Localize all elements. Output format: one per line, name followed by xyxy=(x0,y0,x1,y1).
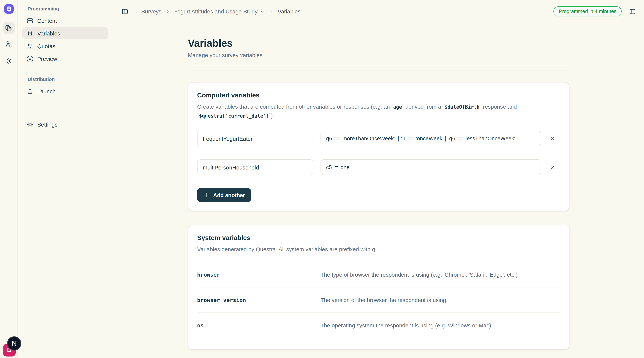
rows-icon xyxy=(27,17,33,24)
system-variables-subtitle: Variables generated by Questra. All syst… xyxy=(197,245,555,254)
rail-settings-button[interactable] xyxy=(3,55,15,67)
system-variables-card: System variables Variables generated by … xyxy=(188,225,570,350)
breadcrumb-study-label: Yogurt Attitudes and Usage Study xyxy=(174,8,258,15)
gear-icon xyxy=(5,57,12,64)
building-icon xyxy=(6,6,12,12)
breadcrumb-variables[interactable]: Variables xyxy=(278,8,300,15)
sidebar-item-label: Preview xyxy=(37,55,57,62)
sidebar-toggle-button[interactable] xyxy=(121,7,129,16)
sidebar: Programming Content Variables xyxy=(18,0,113,358)
description-text: Create variables that are computed from … xyxy=(197,103,393,110)
description-text: `) xyxy=(269,112,273,119)
chevron-down-icon xyxy=(260,9,265,14)
right-panel-toggle-button[interactable] xyxy=(628,7,636,16)
upload-icon xyxy=(27,88,33,94)
page-subtitle: Manage your survey variables xyxy=(188,52,570,58)
chevron-right-icon xyxy=(165,9,170,14)
system-variable-description: The operating system the respondent is u… xyxy=(320,322,491,328)
sidebar-section-distribution: Distribution xyxy=(22,77,108,82)
sidebar-item-quotas[interactable]: Quotas xyxy=(22,40,108,52)
users-icon xyxy=(5,40,12,47)
computed-variables-card: Computed variables Create variables that… xyxy=(188,82,570,211)
computed-variables-description: Create variables that are computed from … xyxy=(197,102,555,120)
sidebar-divider xyxy=(22,112,108,112)
sidebar-item-variables[interactable]: Variables xyxy=(22,27,108,39)
breadcrumb-study-dropdown[interactable]: Yogurt Attitudes and Usage Study xyxy=(174,8,265,15)
header-divider xyxy=(188,71,570,71)
breadcrumb-surveys[interactable]: Surveys xyxy=(141,8,161,15)
sidebar-item-content[interactable]: Content xyxy=(22,15,108,27)
add-another-button[interactable]: Add another xyxy=(197,188,252,202)
topbar-divider xyxy=(135,7,135,16)
rail-audience-button[interactable] xyxy=(3,38,15,50)
sidebar-item-label: Settings xyxy=(37,121,58,127)
system-variables-title: System variables xyxy=(197,234,560,242)
dev-tools-badge[interactable]: N xyxy=(7,336,21,350)
sidebar-item-launch[interactable]: Launch xyxy=(22,85,108,97)
rail-surveys-button[interactable] xyxy=(3,22,15,34)
scan-preview-icon xyxy=(27,55,33,62)
copies-icon xyxy=(5,25,12,32)
code-age: age xyxy=(393,104,402,110)
description-text: ` derived from a ` xyxy=(402,103,444,110)
close-icon xyxy=(550,135,556,141)
remove-variable-button[interactable] xyxy=(548,134,557,143)
code-dateofbirth: $dateOfBirth xyxy=(444,104,480,110)
remove-variable-button[interactable] xyxy=(548,163,557,171)
main-content: Variables Manage your survey variables C… xyxy=(113,23,644,358)
table-row: browser The type of browser the responde… xyxy=(197,262,560,287)
system-variable-description: The version of the browser the responden… xyxy=(320,297,448,303)
computed-variables-title: Computed variables xyxy=(197,91,560,99)
system-variable-name: browser xyxy=(197,272,320,278)
sidebar-spacer xyxy=(22,65,108,77)
computed-variable-rows xyxy=(197,131,560,175)
sidebar-item-preview[interactable]: Preview xyxy=(22,53,108,65)
panel-left-icon xyxy=(122,8,128,15)
sidebar-item-label: Launch xyxy=(37,88,56,94)
function-variable-icon xyxy=(27,30,33,36)
top-bar: Surveys Yogurt Attitudes and Usage Study… xyxy=(113,0,644,23)
variable-name-input[interactable] xyxy=(197,159,314,175)
sidebar-item-settings[interactable]: Settings xyxy=(22,118,108,130)
table-row: os The operating system the respondent i… xyxy=(197,313,560,338)
sidebar-item-label: Variables xyxy=(37,30,60,36)
chevron-right-icon xyxy=(269,9,274,14)
panel-left-icon xyxy=(629,8,636,15)
workspace-logo[interactable] xyxy=(4,4,14,14)
breadcrumb: Surveys Yogurt Attitudes and Usage Study… xyxy=(141,8,300,15)
page-title: Variables xyxy=(188,37,570,49)
sidebar-item-label: Quotas xyxy=(37,43,55,49)
system-variable-name: os xyxy=(197,322,320,328)
dev-tools-badge-letter: N xyxy=(12,339,16,347)
programmed-time-badge[interactable]: Programmed in 4 minutes xyxy=(554,6,622,17)
users-icon xyxy=(27,43,33,49)
table-row: browser_version The version of the brows… xyxy=(197,287,560,313)
plus-icon xyxy=(204,192,209,198)
gear-icon xyxy=(27,121,33,127)
system-variables-table: browser The type of browser the responde… xyxy=(197,262,560,338)
system-variable-name: browser_version xyxy=(197,297,320,303)
icon-rail xyxy=(0,0,18,358)
add-another-label: Add another xyxy=(213,192,245,198)
sidebar-section-programming: Programming xyxy=(22,6,108,12)
sidebar-item-label: Content xyxy=(37,17,57,24)
variable-expression-input[interactable] xyxy=(320,131,541,146)
system-variable-description: The type of browser the respondent is us… xyxy=(320,271,518,278)
variable-name-input[interactable] xyxy=(197,131,314,146)
app-root: D N Programming Content Vari xyxy=(0,0,644,358)
variable-expression-input[interactable] xyxy=(320,159,541,175)
computed-variable-row xyxy=(197,131,560,146)
code-questra-current-date: $questra['current_date'] xyxy=(199,113,269,119)
computed-variable-row xyxy=(197,159,560,175)
close-icon xyxy=(550,164,556,170)
